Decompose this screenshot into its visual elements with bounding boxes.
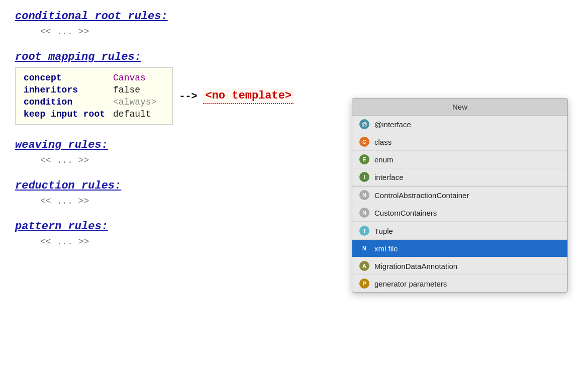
arrow: --> bbox=[173, 90, 203, 102]
root-mapping-title[interactable]: root mapping rules: bbox=[15, 51, 573, 63]
item-badge: E bbox=[359, 154, 369, 164]
item-label: xml file bbox=[374, 244, 398, 253]
dropdown-item[interactable]: @@interface bbox=[352, 116, 567, 133]
dropdown-item[interactable]: AMigrationDataAnnotation bbox=[352, 257, 567, 275]
item-label: CustomContainers bbox=[374, 209, 437, 217]
val-false: false bbox=[113, 84, 164, 96]
key-inheritors: inheritors bbox=[24, 84, 113, 96]
val-canvas: Canvas bbox=[113, 72, 164, 84]
dropdown-item[interactable]: Pgenerator parameters bbox=[352, 275, 567, 292]
item-label: interface bbox=[374, 173, 404, 181]
item-label: @interface bbox=[374, 120, 411, 129]
table-row: condition <always> bbox=[24, 96, 164, 108]
no-template-label[interactable]: <no template> bbox=[203, 88, 293, 104]
item-badge: T bbox=[359, 226, 369, 236]
val-always: <always> bbox=[113, 96, 164, 108]
dropdown-header: New bbox=[352, 99, 567, 116]
conditional-root-section: conditional root rules: << ... >> bbox=[15, 10, 573, 37]
dropdown-item[interactable]: Nxml file bbox=[352, 240, 567, 257]
item-badge: C bbox=[359, 137, 369, 147]
item-label: ControlAbstractionContainer bbox=[374, 191, 469, 200]
item-label: generator parameters bbox=[374, 280, 447, 288]
dropdown-popup: New @@interfaceCclassEenumIinterfaceNCon… bbox=[352, 98, 568, 293]
item-badge: N bbox=[359, 208, 369, 218]
item-badge: N bbox=[359, 190, 369, 200]
item-label: MigrationDataAnnotation bbox=[374, 262, 457, 270]
table-row: keep input root default bbox=[24, 108, 164, 120]
item-label: enum bbox=[374, 155, 394, 164]
conditional-root-ellipsis: << ... >> bbox=[15, 27, 573, 37]
dropdown-item[interactable]: Eenum bbox=[352, 151, 567, 168]
item-badge: P bbox=[359, 279, 369, 289]
item-label: class bbox=[374, 138, 391, 146]
item-badge: @ bbox=[359, 119, 369, 129]
table-row: concept Canvas bbox=[24, 72, 164, 84]
item-badge: A bbox=[359, 261, 369, 271]
key-keep-input-root: keep input root bbox=[24, 108, 113, 120]
dropdown-item[interactable]: Iinterface bbox=[352, 168, 567, 186]
dropdown-item[interactable]: Cclass bbox=[352, 133, 567, 151]
dropdown-item[interactable]: NControlAbstractionContainer bbox=[352, 187, 567, 204]
item-label: Tuple bbox=[374, 227, 393, 235]
mapping-table: concept Canvas inheritors false conditio… bbox=[24, 72, 164, 120]
val-default: default bbox=[113, 108, 164, 120]
item-badge: N bbox=[359, 243, 369, 253]
item-badge: I bbox=[359, 172, 369, 182]
dropdown-item[interactable]: NCustomContainers bbox=[352, 204, 567, 222]
key-concept: concept bbox=[24, 72, 113, 84]
mapping-bracket-box: concept Canvas inheritors false conditio… bbox=[15, 67, 173, 125]
table-row: inheritors false bbox=[24, 84, 164, 96]
key-condition: condition bbox=[24, 96, 113, 108]
conditional-root-title[interactable]: conditional root rules: bbox=[15, 10, 573, 23]
dropdown-item[interactable]: TTuple bbox=[352, 222, 567, 240]
